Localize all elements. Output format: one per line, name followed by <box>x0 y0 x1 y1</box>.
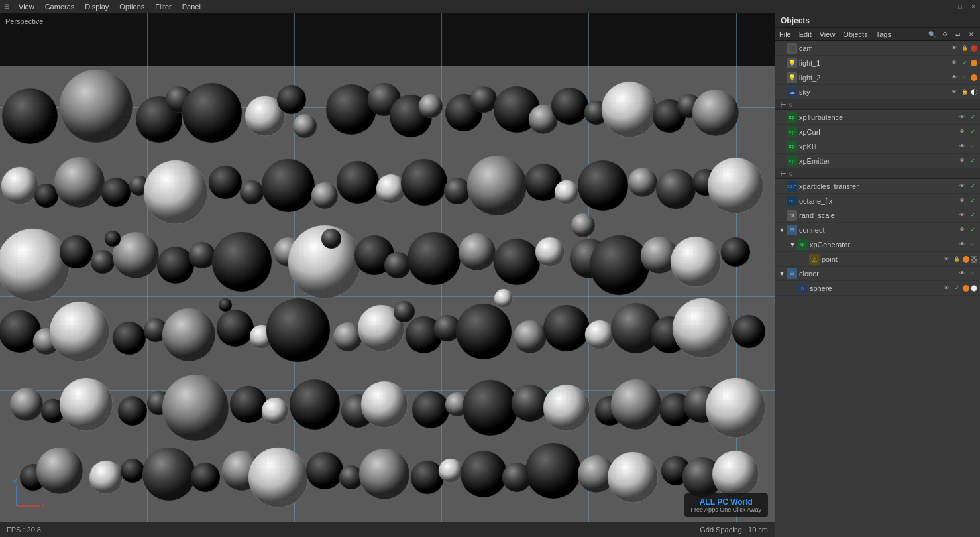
menu-display[interactable]: Display <box>80 0 114 13</box>
search-icon[interactable]: 🔍 <box>926 29 938 40</box>
controls-light2: 👁 ✓ <box>950 73 980 82</box>
objects-menu-file[interactable]: File <box>775 28 795 41</box>
expand-light2[interactable] <box>778 74 786 82</box>
separator-1: ⊢ 0 —————————————— <box>775 99 980 110</box>
expand-rand-scale[interactable] <box>778 211 786 219</box>
eye-xpKill[interactable]: 👁 <box>957 142 967 151</box>
object-row-sphere[interactable]: ○ sphere 👁 ✓ <box>775 281 980 296</box>
objects-menu-view[interactable]: View <box>816 28 840 41</box>
svg-point-51 <box>467 156 527 215</box>
svg-point-126 <box>60 378 113 431</box>
eye-light1[interactable]: 👁 <box>950 58 959 68</box>
expand-connect[interactable]: ▼ <box>778 226 786 234</box>
object-row-xparticles-transfer[interactable]: xp↗ xparticles_transfer 👁 ✓ <box>775 179 980 194</box>
grid-spacing-display: Grid Spacing : 10 cm <box>700 526 768 534</box>
eye-cam[interactable]: 👁 <box>950 44 959 53</box>
menu-filter[interactable]: Filter <box>150 0 176 13</box>
eye-sky[interactable]: 👁 <box>950 88 959 97</box>
close-icon[interactable]: ✕ <box>965 29 977 40</box>
check-cloner[interactable]: ✓ <box>968 269 977 278</box>
objects-menu-tags[interactable]: Tags <box>872 28 895 41</box>
expand-xparticles-transfer[interactable] <box>778 182 786 190</box>
svg-point-164 <box>248 448 308 507</box>
eye-xpGenerator[interactable]: 👁 <box>957 240 967 249</box>
object-row-point[interactable]: △ point 👁 🔒 <box>775 252 980 267</box>
check-xpCurl[interactable]: ✓ <box>968 127 977 137</box>
dot-light1 <box>971 60 977 66</box>
expand-sky[interactable] <box>778 88 786 96</box>
eye-sphere[interactable]: 👁 <box>942 284 951 293</box>
check-xparticles-transfer[interactable]: ✓ <box>968 182 977 191</box>
object-row-light2[interactable]: 💡 light_2 👁 ✓ <box>775 70 980 85</box>
win-minimize[interactable]: − <box>940 0 953 13</box>
menu-cameras[interactable]: Cameras <box>40 0 80 13</box>
eye-point[interactable]: 👁 <box>942 255 951 264</box>
object-row-cam[interactable]: 🎥 cam 👁 🔒 <box>775 41 980 56</box>
eye-octane-fix[interactable]: 👁 <box>957 196 967 206</box>
expand-xpCurl[interactable] <box>778 128 786 136</box>
object-row-octane-fix[interactable]: oc octane_fix 👁 ✓ <box>775 194 980 208</box>
objects-menu-objects[interactable]: Objects <box>839 28 871 41</box>
object-row-light1[interactable]: 💡 light_1 👁 ✓ <box>775 56 980 70</box>
arrows-icon[interactable]: ⇄ <box>952 29 964 40</box>
menu-options[interactable]: Options <box>114 0 150 13</box>
eye-xpTurbulence[interactable]: 👁 <box>957 113 967 122</box>
label-connect: connect <box>799 226 957 234</box>
objects-panel-title: Objects <box>775 13 980 28</box>
eye-xparticles-transfer[interactable]: 👁 <box>957 182 967 191</box>
lock-point[interactable]: 🔒 <box>952 255 961 264</box>
check-sphere[interactable]: ✓ <box>952 284 961 293</box>
expand-xpTurbulence[interactable] <box>778 113 786 121</box>
controls-point: 👁 🔒 <box>942 255 980 264</box>
eye-xpEmitter[interactable]: 👁 <box>957 156 967 166</box>
object-row-xpKill[interactable]: xp xpKill 👁 ✓ <box>775 139 980 154</box>
check-connect[interactable]: ✓ <box>968 225 977 235</box>
svg-point-159 <box>142 448 195 501</box>
lock-cam[interactable]: 🔒 <box>960 44 969 53</box>
object-row-xpCurl[interactable]: xp xpCurl 👁 ✓ <box>775 125 980 139</box>
eye-xpCurl[interactable]: 👁 <box>957 127 967 137</box>
check-light2[interactable]: ✓ <box>960 73 969 82</box>
svg-point-48 <box>401 159 447 206</box>
expand-light1[interactable] <box>778 59 786 67</box>
expand-xpKill[interactable] <box>778 143 786 150</box>
check-xpKill[interactable]: ✓ <box>968 142 977 151</box>
win-close[interactable]: × <box>967 0 980 13</box>
gear-icon[interactable]: ⚙ <box>939 29 951 40</box>
svg-point-100 <box>217 310 254 347</box>
check-xpTurbulence[interactable]: ✓ <box>968 113 977 122</box>
menu-panel[interactable]: Panel <box>177 0 206 13</box>
check-xpGenerator[interactable]: ✓ <box>968 240 977 249</box>
object-row-xpTurbulence[interactable]: xp xpTurbulence 👁 ✓ <box>775 110 980 125</box>
expand-xpEmitter[interactable] <box>778 157 786 165</box>
eye-rand-scale[interactable]: 👁 <box>957 211 967 220</box>
check-light1[interactable]: ✓ <box>960 58 969 68</box>
eye-connect[interactable]: 👁 <box>957 225 967 235</box>
eye-cloner[interactable]: 👁 <box>957 269 967 278</box>
win-restore[interactable]: □ <box>953 0 967 13</box>
object-row-xpEmitter[interactable]: xp xpEmitter 👁 ✓ <box>775 154 980 168</box>
expand-cloner[interactable]: ▼ <box>778 270 786 278</box>
check-octane-fix[interactable]: ✓ <box>968 196 977 206</box>
check-xpEmitter[interactable]: ✓ <box>968 156 977 166</box>
object-row-sky[interactable]: ☁ sky 👁 🔒 <box>775 85 980 99</box>
svg-point-68 <box>157 247 194 284</box>
dot-light2 <box>971 74 977 81</box>
controls-xpCurl: 👁 ✓ <box>957 127 980 137</box>
expand-xpGenerator[interactable]: ▼ <box>789 241 796 249</box>
expand-cam[interactable] <box>778 44 786 52</box>
menu-view[interactable]: View <box>13 0 40 13</box>
check-rand-scale[interactable]: ✓ <box>968 211 977 220</box>
object-row-connect[interactable]: ▼ ⊞ connect 👁 ✓ <box>775 223 980 237</box>
eye-light2[interactable]: 👁 <box>950 73 959 82</box>
axes-indicator: Y X <box>10 479 46 517</box>
lock-sky[interactable]: 🔒 <box>960 88 969 97</box>
object-row-xpGenerator[interactable]: ▼ xp xpGenerator 👁 ✓ <box>775 237 980 252</box>
expand-octane-fix[interactable] <box>778 197 786 205</box>
svg-point-131 <box>230 386 267 423</box>
object-row-cloner[interactable]: ▼ ⊞ cloner 👁 ✓ <box>775 267 980 281</box>
objects-menu-edit[interactable]: Edit <box>795 28 816 41</box>
svg-point-99 <box>162 308 215 361</box>
svg-point-63 <box>0 229 70 302</box>
object-row-rand-scale[interactable]: rs rand_scale 👁 ✓ <box>775 208 980 223</box>
